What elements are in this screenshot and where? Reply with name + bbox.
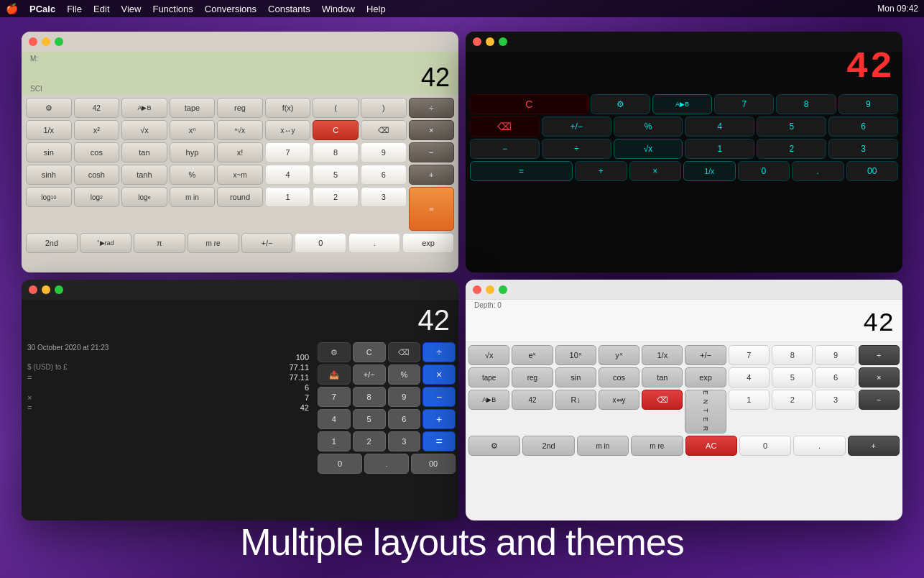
btn-tape-1[interactable]: tape: [170, 98, 216, 118]
btn-9-1[interactable]: 9: [361, 142, 407, 162]
btn-rdown-4[interactable]: R↓: [555, 390, 596, 410]
btn-5-3[interactable]: 5: [353, 409, 386, 429]
btn-4-1[interactable]: 4: [265, 165, 311, 185]
btn-1x-2[interactable]: 1/x: [683, 161, 736, 181]
maximize-button-4[interactable]: [499, 285, 507, 294]
btn-8-1[interactable]: 8: [313, 142, 359, 162]
btn-tape-4[interactable]: tape: [468, 367, 509, 387]
btn-percent-3[interactable]: %: [388, 364, 421, 385]
btn-settings-1[interactable]: ⚙: [26, 98, 72, 118]
btn-share-3[interactable]: 📤: [318, 364, 351, 385]
btn-minus-1[interactable]: −: [409, 142, 455, 162]
btn-round-1[interactable]: round: [217, 187, 263, 207]
btn-7-2[interactable]: 7: [714, 94, 774, 114]
btn-equals-3[interactable]: =: [422, 431, 456, 451]
btn-4-3[interactable]: 4: [318, 409, 351, 429]
btn-ab-2[interactable]: A▶B: [652, 94, 712, 114]
btn-3-3[interactable]: 3: [388, 431, 421, 451]
btn-6-1[interactable]: 6: [361, 165, 407, 185]
btn-2-2[interactable]: 2: [757, 139, 826, 159]
btn-mre-4[interactable]: m re: [631, 436, 683, 456]
btn-settings-2[interactable]: ⚙: [591, 94, 650, 114]
btn-settings-4[interactable]: ⚙: [468, 436, 520, 456]
btn-5-2[interactable]: 5: [757, 116, 826, 137]
btn-plusminus-4[interactable]: +/−: [685, 345, 726, 365]
btn-minus-2[interactable]: −: [470, 139, 540, 159]
btn-1-1[interactable]: 1: [265, 187, 311, 207]
btn-close-paren-1[interactable]: ): [361, 98, 407, 118]
btn-xn-1[interactable]: xⁿ: [170, 120, 216, 140]
close-button-1[interactable]: [29, 37, 37, 46]
btn-multiply-3[interactable]: ×: [422, 364, 456, 385]
btn-8-2[interactable]: 8: [776, 94, 836, 114]
btn-min-1[interactable]: m in: [170, 187, 216, 207]
btn-backspace-2[interactable]: ⌫: [470, 116, 540, 137]
btn-ex-4[interactable]: eˣ: [512, 345, 553, 365]
btn-reg-1[interactable]: reg: [217, 98, 263, 118]
btn-deg-rad-1[interactable]: °▶rad: [80, 233, 131, 253]
btn-sin-1[interactable]: sin: [26, 142, 72, 162]
btn-xfact-1[interactable]: x!: [217, 142, 263, 162]
btn-cos-4[interactable]: cos: [599, 367, 639, 387]
minimize-button-2[interactable]: [486, 37, 494, 46]
btn-dot-3[interactable]: .: [364, 454, 409, 474]
btn-sin-4[interactable]: sin: [555, 367, 596, 387]
btn-plusminus-3[interactable]: +/−: [353, 364, 386, 385]
btn-6-2[interactable]: 6: [828, 116, 898, 137]
btn-c-2[interactable]: C: [470, 94, 588, 114]
btn-backspace-1[interactable]: ⌫: [361, 120, 407, 140]
btn-6-3[interactable]: 6: [388, 409, 421, 429]
btn-pi-1[interactable]: π: [134, 233, 185, 253]
btn-00-2[interactable]: 00: [846, 161, 899, 181]
btn-enter-4[interactable]: E N T E R: [685, 390, 726, 434]
close-button-4[interactable]: [473, 285, 481, 294]
btn-xswapy-4[interactable]: x⇔y: [599, 390, 639, 410]
btn-xswap-1[interactable]: x↔y: [265, 120, 311, 140]
btn-log2-1[interactable]: log2: [74, 187, 120, 207]
menu-window[interactable]: Window: [322, 4, 355, 14]
btn-minus-3[interactable]: −: [422, 387, 456, 407]
btn-backspace-3[interactable]: ⌫: [388, 342, 421, 362]
btn-2nd-1[interactable]: 2nd: [26, 233, 78, 253]
btn-xm-1[interactable]: x~m: [217, 165, 263, 185]
btn-loge-1[interactable]: loge: [121, 187, 167, 207]
maximize-button-3[interactable]: [55, 285, 63, 294]
btn-plus-3[interactable]: +: [422, 409, 456, 429]
btn-plusminus-2[interactable]: +/−: [542, 116, 611, 137]
btn-multiply-4[interactable]: ×: [859, 367, 900, 387]
btn-settings-3[interactable]: ⚙: [318, 342, 351, 362]
btn-exp-4[interactable]: exp: [685, 367, 726, 387]
btn-0-4[interactable]: 0: [739, 436, 791, 456]
btn-ab-1[interactable]: A▶B: [121, 98, 167, 118]
btn-log10-1[interactable]: log10: [26, 187, 72, 207]
menu-edit[interactable]: Edit: [93, 4, 109, 14]
close-button-2[interactable]: [473, 37, 481, 46]
menu-file[interactable]: File: [67, 4, 82, 14]
btn-9-4[interactable]: 9: [815, 345, 856, 365]
menu-help[interactable]: Help: [366, 4, 386, 14]
btn-cosh-1[interactable]: cosh: [74, 165, 120, 185]
btn-sqrt-1[interactable]: √x: [121, 120, 167, 140]
btn-0-2[interactable]: 0: [738, 161, 790, 181]
btn-exp-1[interactable]: exp: [402, 233, 454, 253]
btn-plus-4[interactable]: +: [848, 436, 900, 456]
btn-ab-4[interactable]: A▶B: [468, 390, 509, 410]
btn-multiply-1[interactable]: ×: [409, 120, 455, 140]
menu-view[interactable]: View: [121, 4, 142, 14]
btn-5-1[interactable]: 5: [313, 165, 359, 185]
btn-4-4[interactable]: 4: [729, 367, 770, 387]
btn-7-1[interactable]: 7: [265, 142, 311, 162]
btn-c-3[interactable]: C: [353, 342, 386, 362]
btn-multiply-2[interactable]: ×: [629, 161, 682, 181]
btn-min-4[interactable]: m in: [577, 436, 629, 456]
minimize-button-1[interactable]: [42, 37, 50, 46]
btn-minus-4[interactable]: −: [859, 390, 900, 410]
apple-menu[interactable]: 🍎: [6, 3, 18, 14]
btn-open-paren-1[interactable]: (: [313, 98, 359, 118]
btn-10x-4[interactable]: 10ˣ: [555, 345, 596, 365]
btn-divide-1[interactable]: ÷: [409, 98, 455, 118]
maximize-button-1[interactable]: [55, 37, 63, 46]
btn-backspace-4[interactable]: ⌫: [642, 390, 683, 410]
btn-9-2[interactable]: 9: [838, 94, 898, 114]
btn-42-1[interactable]: 42: [74, 98, 120, 118]
